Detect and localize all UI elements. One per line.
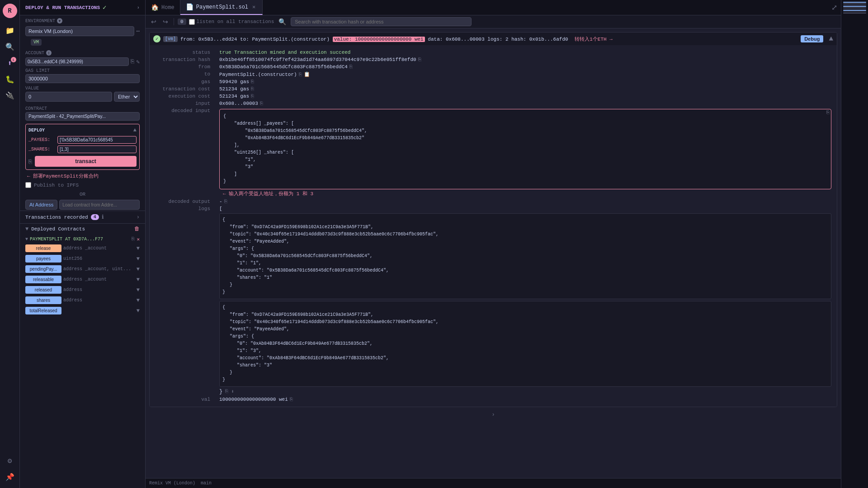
copy-contract-icon[interactable]: ⎘	[132, 236, 135, 242]
log2-args: "args": {	[222, 333, 828, 340]
payees-expand-icon[interactable]: ▼	[137, 256, 140, 262]
minimap-line-2	[843, 3, 866, 4]
tab-home[interactable]: 🏠 Home	[146, 0, 180, 15]
payees-input[interactable]	[57, 136, 137, 144]
input-row: input 0x608...00003 ⎘	[155, 100, 831, 107]
copy-val-icon[interactable]: ⎘	[290, 397, 293, 402]
transact-button[interactable]: transact	[35, 156, 137, 167]
nav-settings[interactable]: ⚙	[3, 454, 17, 468]
shares-input[interactable]	[57, 145, 137, 153]
vm-badge: VM	[31, 39, 42, 46]
totalreleased-expand-icon[interactable]: ▼	[137, 308, 140, 314]
copy-logs-icon[interactable]: ⎘	[225, 389, 228, 395]
released-expand-icon[interactable]: ▼	[137, 287, 140, 293]
account-select[interactable]: 0x5B3...eddC4 (98.249999)	[25, 57, 129, 66]
contract-info-icon[interactable]: 📋	[304, 71, 310, 77]
logs-container: [ { "from": "0xD7AC42a9FD159E698b102A1ce…	[219, 206, 831, 395]
tx-info-icon[interactable]: ℹ	[102, 214, 104, 221]
contract-select[interactable]: PaymentSplit - 42_PaymentSplit/Pay...	[25, 112, 140, 121]
nav-plugins[interactable]: 🔌	[3, 89, 17, 103]
nav-debug[interactable]: 🐛	[3, 72, 17, 87]
shares-expand-icon[interactable]: ▼	[137, 297, 140, 304]
copy-hash-icon[interactable]: ⎘	[418, 57, 421, 62]
nav-deploy[interactable]: ⬆ 1	[3, 56, 17, 70]
contract-instance-header[interactable]: ▼ PAYMENTSPLIT AT 0XD7A...F77 ⎘ ✕	[24, 235, 142, 244]
edit-account-icon[interactable]: ✎	[136, 58, 140, 66]
value-unit-select[interactable]: Ether	[114, 92, 140, 102]
contract-instance-label: PAYMENTSPLIT AT 0XD7A...F77	[30, 237, 103, 242]
copy-to-icon[interactable]: ⎘	[299, 72, 302, 77]
tx-entry-header[interactable]: ✓ [vm] from: 0x5B3...edd24 to: PaymentSp…	[150, 33, 837, 45]
copy-decoded-output-icon[interactable]: ⎘	[224, 199, 227, 204]
env-info-icon[interactable]: ▼	[57, 18, 62, 23]
decoded-output-value: - ⎘	[219, 199, 831, 204]
env-info-btn[interactable]: ⋯	[136, 28, 140, 35]
copy-txcost-icon[interactable]: ⎘	[251, 86, 254, 92]
deploy-section: DEPLOY ▲ _PAYEES: _SHARES: ⎘ transact	[25, 124, 140, 170]
payees-button[interactable]: payees	[25, 255, 61, 263]
deployed-expand-icon[interactable]: ▼	[25, 226, 28, 232]
tx-from-text: from: 0x5B3...edd24 to: PaymentSplit.(co…	[180, 37, 333, 42]
expand-more-btn[interactable]: ›	[149, 409, 837, 421]
copy-gas-icon[interactable]: ⎘	[251, 79, 254, 84]
download-logs-icon[interactable]: ⬇	[231, 389, 234, 395]
value-input[interactable]	[25, 92, 112, 102]
debug-button[interactable]: Debug	[801, 35, 823, 42]
search-toggle-btn[interactable]: 🔍	[277, 17, 288, 26]
deploy-header: DEPLOY ▲	[28, 127, 137, 133]
status-text: true Transaction mined and execution suc…	[219, 50, 350, 55]
copy-deploy-btn[interactable]: ⎘	[28, 158, 32, 165]
shares-button[interactable]: shares	[25, 296, 61, 304]
account-info-icon[interactable]: i	[46, 50, 52, 56]
panel-header: DEPLOY & RUN TRANSACTIONS ✓ ›	[20, 0, 145, 15]
expand-editor-icon[interactable]: ⤢	[831, 3, 837, 12]
environment-select[interactable]: Remix VM (London)	[25, 26, 134, 36]
copy-execcost-icon[interactable]: ⎘	[251, 94, 254, 99]
log1-args-1: "1": "1",	[222, 260, 828, 267]
close-contract-icon[interactable]: ✕	[137, 236, 140, 242]
listen-checkbox[interactable]	[189, 19, 195, 25]
totalreleased-button[interactable]: totalReleased	[25, 307, 61, 314]
panel-title: DEPLOY & RUN TRANSACTIONS	[25, 5, 100, 10]
pendingpay-expand-icon[interactable]: ▼	[137, 266, 140, 272]
nav-git[interactable]: 📌	[3, 470, 17, 484]
pendingpay-button[interactable]: pendingPay...	[25, 265, 61, 273]
at-address-input[interactable]	[59, 200, 140, 210]
tab-paymentsplit[interactable]: 📄 PaymentSplit.sol ✕	[180, 0, 263, 15]
publish-ipfs-checkbox[interactable]	[25, 182, 31, 188]
tx-count-badge: 4	[91, 214, 99, 220]
payees-param-label: uint256	[63, 256, 135, 261]
copy-input-icon[interactable]: ⎘	[260, 101, 263, 106]
tx-expand-icon[interactable]: ›	[137, 214, 140, 221]
trash-icon[interactable]: 🗑	[134, 225, 140, 232]
or-divider: OR	[20, 190, 145, 199]
forward-btn[interactable]: ↪	[161, 17, 170, 26]
panel-collapse-icon[interactable]: ›	[137, 5, 140, 10]
search-input[interactable]	[291, 17, 472, 26]
released-button[interactable]: released	[25, 286, 61, 294]
releasable-expand-icon[interactable]: ▼	[137, 277, 140, 283]
status-text: Remix VM (London)	[149, 481, 195, 486]
decoded-output-row: decoded output - ⎘	[155, 198, 831, 205]
logs-actions: } ⎘ ⬇	[219, 389, 831, 395]
copy-account-icon[interactable]: ⎘	[131, 58, 134, 65]
logs-row: logs [ { "from": "0xD7AC42a9FD159E698b10…	[155, 205, 831, 396]
copy-decoded-icon[interactable]: ⎘	[826, 110, 830, 115]
minimap-line-3	[843, 5, 866, 5]
revert-btn[interactable]: ↩	[149, 17, 158, 26]
release-expand-icon[interactable]: ▼	[137, 245, 140, 252]
tab-close-icon[interactable]: ✕	[251, 3, 257, 11]
log1-shares: "shares": "1"	[222, 274, 828, 282]
val-row: val 1000000000000000000 wei ⎘	[155, 396, 831, 403]
copy-from-icon[interactable]: ⎘	[349, 64, 353, 70]
from-text: 0x5B38Da6a701c5685445dCfc803Fc8875f56bed…	[219, 64, 348, 70]
gas-limit-input[interactable]	[25, 74, 140, 83]
val-value: 1000000000000000000 wei ⎘	[219, 397, 831, 402]
deploy-expand-icon[interactable]: ▲	[133, 127, 137, 133]
nav-files[interactable]: 📁	[3, 23, 17, 38]
nav-search[interactable]: 🔍	[3, 40, 17, 54]
tx-expand-arrow[interactable]: ▲	[829, 35, 833, 43]
release-button[interactable]: release	[25, 244, 61, 252]
releasable-button[interactable]: releasable	[25, 276, 61, 283]
at-address-button[interactable]: At Address	[25, 200, 57, 210]
